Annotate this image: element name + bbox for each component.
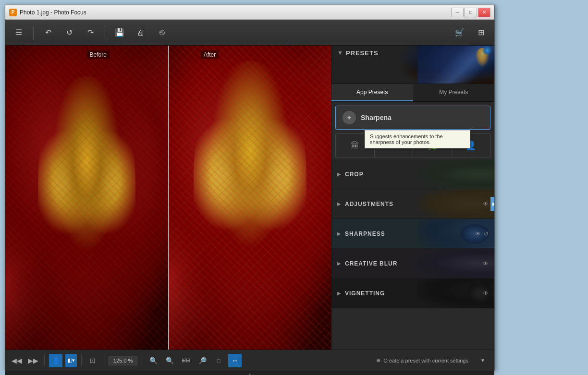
crop-arrow: ▶ [337,171,341,177]
title-bar: P Photo 1.jpg - Photo Focus ─ □ ✕ [5,5,494,20]
fit-page-button[interactable]: □ [212,354,225,367]
section-adjustments[interactable]: ▶ ADJUSTMENTS 👁 ▶ [331,189,494,219]
undo2-button[interactable]: ↺ [61,24,78,41]
vignetting-arrow: ▶ [337,290,341,296]
crop-label: CROP [345,171,489,178]
image-viewer[interactable]: Before After [5,46,331,350]
sharpness-reset-icon[interactable]: ↺ [484,230,489,237]
section-list: ▶ CROP ▶ ADJUSTMENTS 👁 ▶ ▶ [331,159,494,350]
before-image [5,46,168,350]
preset-name: Sharpena [361,114,392,121]
tab-app-presets[interactable]: App Presets [331,84,413,101]
person-button[interactable]: 👤 [49,354,62,367]
redo-button[interactable]: ↷ [82,24,99,41]
toolbar: ☰ ↶ ↺ ↷ 💾 🖨 ⎋ 🛒 ⊞ [5,20,494,46]
status-sep-3 [104,355,104,366]
toolbar-separator-1 [33,25,34,40]
selected-preset-item[interactable]: ✦ Sharpena Suggests enhancements to the … [335,106,490,130]
cart-button[interactable]: 🛒 [451,24,468,41]
create-preset-text: Create a preset with current settings [383,358,468,363]
section-crop[interactable]: ▶ CROP [331,159,494,189]
adjustments-arrow: ▶ [337,201,341,206]
before-label: Before [87,50,110,59]
zoom-out-button[interactable]: 🔍 [147,354,160,367]
after-image [168,46,331,350]
bottom-arrow[interactable]: ▲ [5,371,494,375]
zoom-display[interactable]: 125.0 % [109,356,137,365]
main-area: Before After ▼ PRESETS [5,46,494,350]
vignetting-icons: 👁 [483,290,489,297]
export-button[interactable]: ⎋ [153,24,171,41]
presets-decoration [417,46,494,84]
main-window: P Photo 1.jpg - Photo Focus ─ □ ✕ ☰ ↶ ↺ … [5,5,495,370]
preset-tooltip: Suggests enhancements to the sharpness o… [365,130,470,148]
creative-blur-icons: 👁 [483,260,489,267]
vignetting-eye-icon[interactable]: 👁 [483,290,489,297]
creative-blur-eye-icon[interactable]: 👁 [483,260,489,267]
window-controls: ─ □ ✕ [451,8,490,17]
after-label: After [201,50,219,59]
fit-button[interactable]: ⊞⊟ [179,354,193,367]
next-image-button[interactable]: ▶▶ [26,354,40,367]
close-button[interactable]: ✕ [478,8,490,17]
adjustments-label: ADJUSTMENTS [345,201,483,207]
status-sep-2 [81,355,82,366]
sharpness-arrow: ▶ [337,231,341,236]
compare-button[interactable]: ⊡ [86,354,99,367]
presets-collapse-arrow[interactable]: ▼ [337,49,343,56]
zoom-in-button[interactable]: 🔍 [163,354,176,367]
app-icon: P [9,9,17,16]
status-bar: ◀◀ ▶▶ 👤 ◧▾ ⊡ 125.0 % 🔍 🔍 ⊞⊟ 🔎 □ ↔ ⊕ Crea… [5,350,494,371]
preset-icon-symbol: ✦ [346,114,352,121]
creative-blur-label: CREATIVE BLUR [345,260,483,267]
print-button[interactable]: 🖨 [132,24,149,41]
vignetting-label: VIGNETTING [345,290,483,297]
status-sep-4 [142,355,142,366]
status-dropdown-button[interactable]: ▼ [476,354,490,367]
grid-button[interactable]: ⊞ [472,24,490,41]
active-mode-button[interactable]: ↔ [228,354,242,367]
section-sharpness[interactable]: ▶ SHARPNESS 👁 ↺ [331,219,494,249]
split-view-button[interactable]: ◧▾ [65,354,77,367]
toolbar-separator-2 [105,25,105,40]
preset-tabs: App Presets My Presets [331,84,494,102]
adjustments-icons: 👁 [483,201,489,207]
adjustments-eye-icon[interactable]: 👁 [483,201,489,207]
minimize-button[interactable]: ─ [451,8,464,17]
sharpness-icons: 👁 ↺ [475,230,489,237]
title-bar-left: P Photo 1.jpg - Photo Focus [9,9,86,16]
menu-button[interactable]: ☰ [10,24,27,41]
save-button[interactable]: 💾 [111,24,128,41]
creative-blur-arrow: ▶ [337,261,341,266]
adjustments-expand-button[interactable]: ▶ [490,197,494,211]
restore-button[interactable]: □ [465,8,477,17]
create-preset-button[interactable]: ⊕ Create a preset with current settings [372,355,472,365]
undo-button[interactable]: ↶ [39,24,57,41]
status-sep-1 [44,355,45,366]
split-divider[interactable] [168,46,169,350]
sharpness-label: SHARPNESS [345,230,475,237]
presets-title: PRESETS [346,49,379,57]
window-title: Photo 1.jpg - Photo Focus [20,9,86,16]
section-vignetting[interactable]: ▶ VIGNETTING 👁 [331,278,494,308]
zoom-fit-button[interactable]: 🔎 [196,354,209,367]
sharpness-eye-icon[interactable]: 👁 [475,230,481,237]
prev-image-button[interactable]: ◀◀ [10,354,24,367]
create-preset-icon: ⊕ [376,357,380,363]
image-split-view [5,46,331,350]
section-creative-blur[interactable]: ▶ CREATIVE BLUR 👁 [331,249,494,278]
tab-my-presets[interactable]: My Presets [413,84,495,101]
preset-icon: ✦ [343,111,356,124]
right-panel: ▼ PRESETS App Presets My Presets [331,46,494,350]
status-right: ⊕ Create a preset with current settings … [372,354,490,367]
presets-header: ▼ PRESETS [331,46,494,84]
toolbar-right: 🛒 ⊞ [451,24,490,41]
